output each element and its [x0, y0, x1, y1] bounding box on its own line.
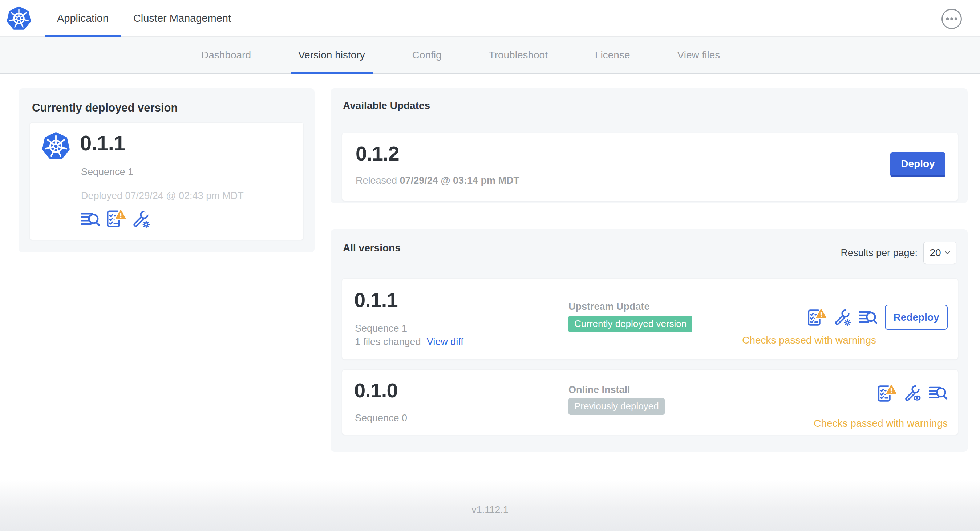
tab-application[interactable]: Application: [45, 0, 121, 37]
subnav-dashboard[interactable]: Dashboard: [201, 37, 251, 74]
preflight-checks-warning-icon[interactable]: [877, 383, 896, 403]
available-updates-card: Available Updates 0.1.2 Released 07/29/2…: [331, 88, 968, 203]
row-actions: [877, 383, 948, 403]
current-version-actions: [80, 208, 150, 229]
deploy-logs-icon[interactable]: [80, 210, 100, 229]
subnav-view-files[interactable]: View files: [677, 37, 720, 74]
active-tab-underline: [45, 35, 121, 37]
update-row: 0.1.2 Released 07/29/24 @ 03:14 pm MDT D…: [342, 133, 958, 201]
preflight-status-text: Checks passed with warnings: [742, 334, 876, 346]
subnav-config[interactable]: Config: [412, 37, 442, 74]
app-subnav: Dashboard Version history Config Trouble…: [0, 37, 980, 74]
ellipsis-menu-button[interactable]: [941, 8, 963, 30]
subnav-troubleshoot[interactable]: Troubleshoot: [489, 37, 548, 74]
version-row-0-1-1: 0.1.1 Sequence 1 1 files changedView dif…: [342, 278, 958, 359]
subnav-version-history[interactable]: Version history: [298, 37, 365, 74]
all-versions-card: All versions Results per page: 20 0.1.1 …: [331, 229, 968, 452]
currently-deployed-badge: Currently deployed version: [568, 316, 692, 332]
row-source: Upstream Update: [568, 301, 650, 312]
row-actions: Redeploy: [807, 305, 948, 330]
kubernetes-app-icon: [42, 132, 70, 161]
preflight-status-text: Checks passed with warnings: [814, 418, 948, 429]
tab-cluster-management-label: Cluster Management: [133, 12, 231, 24]
available-updates-title: Available Updates: [343, 100, 430, 111]
row-files-changed: 1 files changedView diff: [355, 336, 463, 348]
top-bar: Application Cluster Management: [0, 0, 980, 37]
row-sequence: Sequence 1: [355, 323, 407, 334]
update-version-number: 0.1.2: [356, 141, 399, 165]
tab-cluster-management[interactable]: Cluster Management: [121, 0, 243, 37]
deploy-logs-icon[interactable]: [928, 384, 948, 402]
row-sequence: Sequence 0: [355, 413, 407, 424]
deploy-button[interactable]: Deploy: [890, 152, 945, 177]
results-per-page-select[interactable]: 20: [923, 242, 956, 264]
config-wrench-eye-icon[interactable]: [903, 384, 921, 402]
redeploy-button[interactable]: Redeploy: [885, 305, 948, 330]
previously-deployed-badge: Previously deployed: [568, 398, 665, 415]
currently-deployed-title: Currently deployed version: [32, 101, 178, 114]
row-version-number: 0.1.0: [354, 378, 398, 402]
current-version-number: 0.1.1: [80, 131, 125, 155]
preflight-checks-warning-icon[interactable]: [807, 308, 826, 327]
kubernetes-logo-icon: [6, 5, 31, 31]
tab-application-label: Application: [57, 12, 108, 24]
current-version-deployed-date: Deployed 07/29/24 @ 02:43 pm MDT: [81, 190, 244, 202]
top-tabs: Application Cluster Management: [45, 0, 243, 37]
deploy-logs-icon[interactable]: [858, 309, 878, 326]
ellipsis-menu-icon: [941, 8, 963, 30]
active-subnav-underline: [291, 72, 373, 74]
results-per-page: Results per page: 20: [840, 242, 956, 264]
currently-deployed-version-panel: 0.1.1 Sequence 1 Deployed 07/29/24 @ 02:…: [29, 122, 304, 240]
config-wrench-gear-icon[interactable]: [131, 209, 150, 229]
results-per-page-label: Results per page:: [840, 247, 918, 259]
row-source: Online Install: [568, 384, 630, 396]
config-wrench-gear-icon[interactable]: [833, 308, 851, 326]
chevron-down-icon: [945, 251, 950, 254]
currently-deployed-card: Currently deployed version 0.1.1 Sequenc…: [19, 88, 315, 253]
preflight-checks-warning-icon[interactable]: [105, 208, 126, 229]
current-version-sequence: Sequence 1: [81, 166, 133, 178]
all-versions-title: All versions: [343, 242, 401, 254]
row-version-number: 0.1.1: [354, 288, 398, 312]
subnav-license[interactable]: License: [595, 37, 630, 74]
view-diff-link[interactable]: View diff: [427, 336, 463, 347]
console-version: v1.112.1: [471, 504, 509, 516]
page-footer: v1.112.1: [0, 480, 980, 531]
update-released-date: Released 07/29/24 @ 03:14 pm MDT: [356, 175, 519, 186]
version-row-0-1-0: 0.1.0 Sequence 0 Online Install Previous…: [342, 369, 958, 435]
